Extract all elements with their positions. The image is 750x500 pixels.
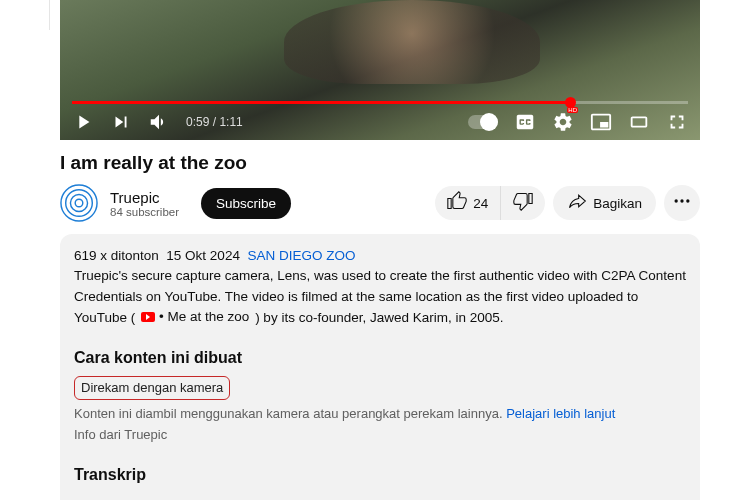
- camera-recorded-label: Direkam dengan kamera: [74, 376, 230, 400]
- youtube-icon: [141, 312, 155, 322]
- svg-point-6: [686, 199, 689, 202]
- svg-point-1: [66, 190, 93, 217]
- svg-point-4: [675, 199, 678, 202]
- hd-badge: HD: [567, 107, 578, 113]
- captions-icon[interactable]: [514, 111, 536, 133]
- view-count: 619 x ditonton: [74, 248, 159, 263]
- dislike-button[interactable]: [501, 186, 545, 220]
- share-label: Bagikan: [593, 196, 642, 211]
- play-icon[interactable]: [72, 111, 94, 133]
- volume-icon[interactable]: [148, 111, 170, 133]
- camera-explain: Konten ini diambil menggunakan kamera at…: [74, 404, 686, 424]
- more-button[interactable]: [664, 185, 700, 221]
- time-display: 0:59 / 1:11: [186, 115, 243, 129]
- transcript-sub: Ikuti menggunakan transkrip.: [74, 495, 686, 500]
- thumbs-down-icon: [513, 191, 533, 215]
- subscribe-button[interactable]: Subscribe: [201, 188, 291, 219]
- share-button[interactable]: Bagikan: [553, 186, 656, 220]
- learn-more-link[interactable]: Pelajari lebih lanjut: [506, 406, 615, 421]
- video-chip[interactable]: • Me at the zoo: [139, 307, 251, 327]
- miniplayer-icon[interactable]: [590, 111, 612, 133]
- info-source: Info dari Truepic: [74, 425, 686, 445]
- like-button[interactable]: 24: [435, 186, 501, 220]
- transcript-heading: Transkrip: [74, 463, 686, 487]
- fullscreen-icon[interactable]: [666, 111, 688, 133]
- video-player[interactable]: 0:59 / 1:11 HD: [60, 0, 700, 140]
- share-icon: [567, 191, 587, 215]
- upload-date: 15 Okt 2024: [166, 248, 240, 263]
- channel-avatar[interactable]: [60, 184, 98, 222]
- like-dislike-pill: 24: [435, 186, 545, 220]
- content-made-heading: Cara konten ini dibuat: [74, 346, 686, 370]
- location-tag[interactable]: SAN DIEGO ZOO: [247, 248, 355, 263]
- description-box[interactable]: 619 x ditonton 15 Okt 2024 SAN DIEGO ZOO…: [60, 234, 700, 500]
- channel-name[interactable]: Truepic: [110, 189, 179, 206]
- video-title: I am really at the zoo: [60, 152, 700, 174]
- svg-point-3: [75, 199, 83, 207]
- svg-point-5: [680, 199, 683, 202]
- theater-icon[interactable]: [628, 111, 650, 133]
- subscriber-count: 84 subscriber: [110, 206, 179, 218]
- autoplay-toggle[interactable]: [468, 115, 498, 129]
- settings-icon[interactable]: HD: [552, 111, 574, 133]
- description-text: Truepic's secure capture camera, Lens, w…: [74, 266, 686, 328]
- svg-point-2: [70, 194, 87, 211]
- next-icon[interactable]: [110, 111, 132, 133]
- more-horizontal-icon: [672, 191, 692, 215]
- thumbs-up-icon: [447, 191, 467, 215]
- like-count: 24: [473, 196, 488, 211]
